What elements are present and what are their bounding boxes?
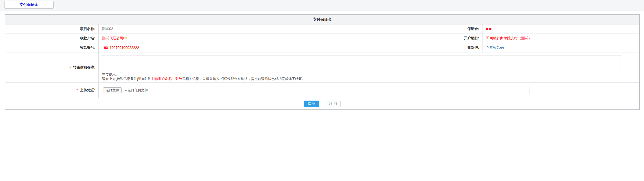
choose-file-button[interactable]: 选择文件	[103, 87, 122, 93]
row-account-qrcode: 收款账号: 1901102709100022222 收款码: 查看收款码	[5, 43, 639, 52]
account-number-value: 1901102709100022222	[102, 46, 139, 50]
pay-deposit-panel: 支付保证金 项目名称: 测试02 保证金: 0.01 收款户名: 测试代理公司0…	[5, 14, 640, 110]
deposit-label: 保证金:	[322, 24, 482, 34]
notice-title: 重要提示:	[102, 72, 639, 77]
transfer-remark-label-cell: * 转账信息备注:	[5, 52, 99, 82]
notice-text-highlight: 付款账户名称、账号	[152, 77, 182, 81]
file-input[interactable]: 选择文件 未选择任何文件	[102, 87, 530, 94]
row-project-deposit: 项目名称: 测试02 保证金: 0.01	[5, 24, 639, 34]
row-transfer-remark: * 转账信息备注: 重要提示: 请在上方[转账信息备注]里面注明付款账户名称、账…	[5, 52, 639, 83]
transfer-remark-input[interactable]	[102, 55, 621, 71]
row-payee-bank: 收款户名: 测试代理公司03 开户银行: 工商银行商学院支行（测试）	[5, 34, 639, 43]
qrcode-label: 收款码:	[322, 43, 482, 52]
cancel-button[interactable]: 取 消	[325, 101, 341, 107]
transfer-remark-content: 重要提示: 请在上方[转账信息备注]里面注明付款账户名称、账号等相关信息，以供采…	[99, 52, 639, 82]
upload-voucher-label: 上传凭证:	[80, 88, 95, 93]
account-number-label: 收款账号:	[5, 43, 99, 52]
notice-text-post: 等相关信息，以供采购人/招标代理公司确认，提交前请确认已成功完成线下转账。	[182, 77, 305, 81]
bank-value: 工商银行商学院支行（测试）	[486, 36, 532, 41]
submit-button[interactable]: 提交	[304, 101, 319, 107]
project-name-value: 测试02	[99, 24, 322, 34]
upload-voucher-content: 选择文件 未选择任何文件	[99, 83, 639, 98]
important-notice: 重要提示: 请在上方[转账信息备注]里面注明付款账户名称、账号等相关信息，以供采…	[102, 72, 639, 81]
payee-name-label: 收款户名:	[5, 34, 99, 43]
upload-voucher-label-cell: * 上传凭证:	[5, 83, 99, 98]
panel-header: 支付保证金	[5, 15, 639, 24]
payee-name-value: 测试代理公司03	[102, 36, 127, 41]
no-file-selected-text: 未选择任何文件	[124, 88, 148, 93]
deposit-value: 0.01	[486, 27, 493, 31]
view-qrcode-link[interactable]: 查看收款码	[486, 45, 504, 50]
required-asterisk: *	[76, 88, 78, 92]
required-asterisk: *	[69, 66, 71, 70]
actions-row: 提交 取 消	[5, 98, 639, 109]
bank-label: 开户银行:	[322, 34, 482, 43]
tab-bar: 支付保证金	[0, 0, 644, 11]
tab-pay-deposit[interactable]: 支付保证金	[4, 1, 54, 9]
row-upload-voucher: * 上传凭证: 选择文件 未选择任何文件	[5, 83, 639, 98]
tab-pay-deposit-label: 支付保证金	[20, 2, 38, 7]
transfer-remark-label: 转账信息备注:	[73, 65, 95, 70]
notice-text-pre: 请在上方[转账信息备注]里面注明	[102, 77, 152, 81]
notice-body: 请在上方[转账信息备注]里面注明付款账户名称、账号等相关信息，以供采购人/招标代…	[102, 77, 639, 81]
panel-title: 支付保证金	[313, 17, 332, 22]
project-name-label: 项目名称:	[5, 24, 99, 34]
